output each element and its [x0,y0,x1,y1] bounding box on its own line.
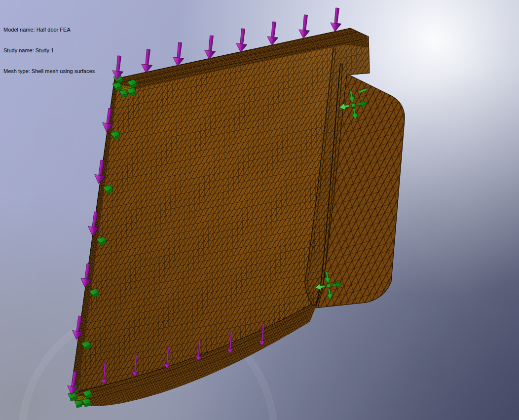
model-name-text: Model name: Half door FEA [3,26,95,33]
model-info-overlay: Model name: Half door FEA Study name: St… [3,12,95,88]
mesh-type-text: Mesh type: Shell mesh using surfaces [3,68,95,75]
study-name-text: Study name: Study 1 [3,47,95,54]
solidworks-viewport: Model name: Half door FEA Study name: St… [0,0,519,420]
